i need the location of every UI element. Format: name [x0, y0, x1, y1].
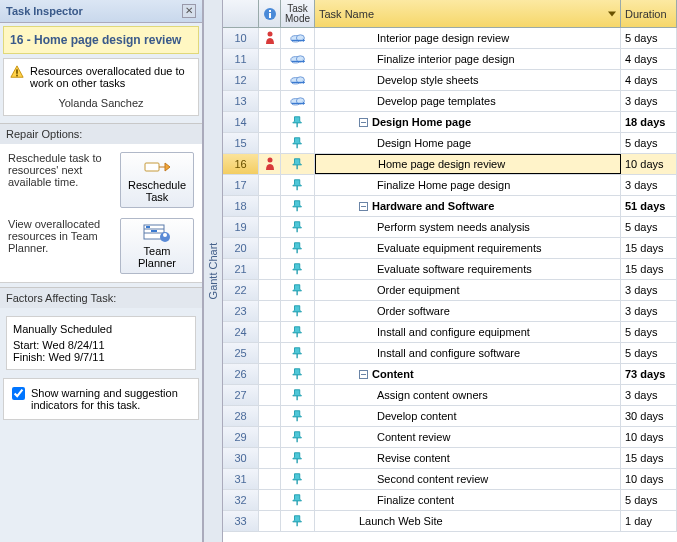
- task-name-cell[interactable]: Content: [315, 364, 621, 384]
- task-mode-cell[interactable]: [281, 175, 315, 195]
- task-name-cell[interactable]: Content review: [315, 427, 621, 447]
- row-id[interactable]: 32: [223, 490, 259, 510]
- row-id[interactable]: 29: [223, 427, 259, 447]
- task-name-cell[interactable]: Install and configure software: [315, 343, 621, 363]
- task-name-cell[interactable]: Finalize interior page design: [315, 49, 621, 69]
- task-mode-cell[interactable]: [281, 280, 315, 300]
- duration-column-header[interactable]: Duration: [621, 0, 677, 27]
- row-id[interactable]: 22: [223, 280, 259, 300]
- duration-cell[interactable]: 5 days: [621, 322, 677, 342]
- task-name-cell[interactable]: Evaluate equipment requirements: [315, 238, 621, 258]
- duration-cell[interactable]: 3 days: [621, 385, 677, 405]
- task-mode-cell[interactable]: [281, 70, 315, 90]
- task-name-cell[interactable]: Develop content: [315, 406, 621, 426]
- row-id[interactable]: 15: [223, 133, 259, 153]
- row-id[interactable]: 14: [223, 112, 259, 132]
- duration-cell[interactable]: 30 days: [621, 406, 677, 426]
- task-name-cell[interactable]: Assign content owners: [315, 385, 621, 405]
- task-name-cell[interactable]: Order equipment: [315, 280, 621, 300]
- task-name-cell[interactable]: Develop page templates: [315, 91, 621, 111]
- duration-cell[interactable]: 15 days: [621, 238, 677, 258]
- row-id[interactable]: 21: [223, 259, 259, 279]
- row-id[interactable]: 20: [223, 238, 259, 258]
- duration-cell[interactable]: 3 days: [621, 175, 677, 195]
- task-name-cell[interactable]: Develop style sheets: [315, 70, 621, 90]
- row-id[interactable]: 27: [223, 385, 259, 405]
- table-row[interactable]: 23Order software3 days: [223, 301, 677, 322]
- table-row[interactable]: 20Evaluate equipment requirements15 days: [223, 238, 677, 259]
- show-warnings-option[interactable]: Show warning and suggestion indicators f…: [3, 378, 199, 420]
- row-id[interactable]: 31: [223, 469, 259, 489]
- duration-cell[interactable]: 15 days: [621, 259, 677, 279]
- table-row[interactable]: 16Home page design review10 days: [223, 154, 677, 175]
- row-id[interactable]: 11: [223, 49, 259, 69]
- table-row[interactable]: 26Content73 days: [223, 364, 677, 385]
- task-name-column-header[interactable]: Task Name: [315, 0, 621, 27]
- task-mode-cell[interactable]: [281, 406, 315, 426]
- collapse-icon[interactable]: [359, 118, 368, 127]
- row-id[interactable]: 13: [223, 91, 259, 111]
- task-mode-cell[interactable]: [281, 427, 315, 447]
- table-row[interactable]: 12Develop style sheets4 days: [223, 70, 677, 91]
- task-mode-cell[interactable]: [281, 28, 315, 48]
- task-mode-cell[interactable]: [281, 154, 315, 174]
- table-row[interactable]: 25Install and configure software5 days: [223, 343, 677, 364]
- duration-cell[interactable]: 5 days: [621, 490, 677, 510]
- table-row[interactable]: 30Revise content15 days: [223, 448, 677, 469]
- task-name-cell[interactable]: Install and configure equipment: [315, 322, 621, 342]
- table-row[interactable]: 29Content review10 days: [223, 427, 677, 448]
- table-row[interactable]: 18Hardware and Software51 days: [223, 196, 677, 217]
- task-mode-cell[interactable]: [281, 448, 315, 468]
- table-row[interactable]: 32Finalize content5 days: [223, 490, 677, 511]
- task-mode-cell[interactable]: [281, 511, 315, 531]
- task-name-cell[interactable]: Revise content: [315, 448, 621, 468]
- task-mode-cell[interactable]: [281, 490, 315, 510]
- table-row[interactable]: 11Finalize interior page design4 days: [223, 49, 677, 70]
- info-column-header[interactable]: [259, 0, 281, 27]
- table-row[interactable]: 28Develop content30 days: [223, 406, 677, 427]
- duration-cell[interactable]: 10 days: [621, 427, 677, 447]
- duration-cell[interactable]: 5 days: [621, 217, 677, 237]
- row-id[interactable]: 12: [223, 70, 259, 90]
- task-mode-cell[interactable]: [281, 469, 315, 489]
- dropdown-icon[interactable]: [608, 11, 616, 16]
- close-icon[interactable]: ✕: [182, 4, 196, 18]
- row-id[interactable]: 16: [223, 154, 259, 174]
- team-planner-button[interactable]: Team Planner: [120, 218, 194, 274]
- duration-cell[interactable]: 18 days: [621, 112, 677, 132]
- task-mode-cell[interactable]: [281, 259, 315, 279]
- duration-cell[interactable]: 1 day: [621, 511, 677, 531]
- duration-cell[interactable]: 3 days: [621, 91, 677, 111]
- task-name-cell[interactable]: Second content review: [315, 469, 621, 489]
- task-name-cell[interactable]: Design Home page: [315, 133, 621, 153]
- reschedule-task-button[interactable]: Reschedule Task: [120, 152, 194, 208]
- table-row[interactable]: 22Order equipment3 days: [223, 280, 677, 301]
- table-row[interactable]: 19Perform system needs analysis5 days: [223, 217, 677, 238]
- duration-cell[interactable]: 10 days: [621, 154, 677, 174]
- duration-cell[interactable]: 5 days: [621, 343, 677, 363]
- row-id[interactable]: 25: [223, 343, 259, 363]
- task-mode-cell[interactable]: [281, 343, 315, 363]
- task-mode-cell[interactable]: [281, 385, 315, 405]
- task-name-cell[interactable]: Evaluate software requirements: [315, 259, 621, 279]
- table-row[interactable]: 31Second content review10 days: [223, 469, 677, 490]
- task-mode-cell[interactable]: [281, 112, 315, 132]
- row-header-column[interactable]: [223, 0, 259, 27]
- row-id[interactable]: 17: [223, 175, 259, 195]
- task-mode-cell[interactable]: [281, 133, 315, 153]
- duration-cell[interactable]: 4 days: [621, 49, 677, 69]
- row-id[interactable]: 10: [223, 28, 259, 48]
- task-name-cell[interactable]: Design Home page: [315, 112, 621, 132]
- duration-cell[interactable]: 4 days: [621, 70, 677, 90]
- duration-cell[interactable]: 15 days: [621, 448, 677, 468]
- row-id[interactable]: 33: [223, 511, 259, 531]
- table-row[interactable]: 14Design Home page18 days: [223, 112, 677, 133]
- collapse-icon[interactable]: [359, 202, 368, 211]
- duration-cell[interactable]: 73 days: [621, 364, 677, 384]
- row-id[interactable]: 23: [223, 301, 259, 321]
- table-row[interactable]: 24Install and configure equipment5 days: [223, 322, 677, 343]
- task-mode-cell[interactable]: [281, 49, 315, 69]
- task-mode-cell[interactable]: [281, 238, 315, 258]
- gantt-chart-tab[interactable]: Gantt Chart: [203, 0, 223, 542]
- task-mode-cell[interactable]: [281, 364, 315, 384]
